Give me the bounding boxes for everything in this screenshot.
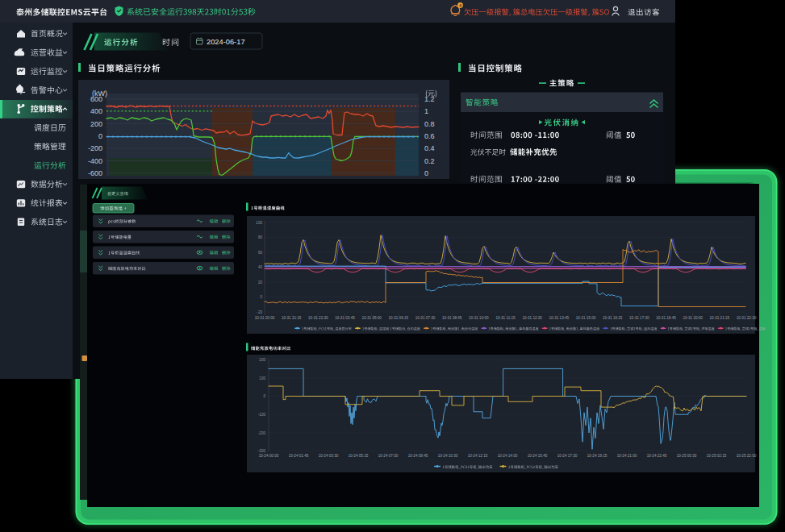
svg-text:-600: -600 (88, 169, 102, 177)
svg-text:10-24 03:30: 10-24 03:30 (319, 454, 339, 458)
svg-text:100: 100 (259, 376, 265, 380)
svg-text:0: 0 (424, 169, 428, 177)
svg-text:10-24 14:00: 10-24 14:00 (498, 454, 518, 458)
svg-text:10-25 22:00: 10-25 22:00 (737, 454, 757, 458)
svg-text:-400: -400 (88, 157, 102, 165)
svg-text:10-31 17:30: 10-31 17:30 (629, 316, 649, 320)
svg-text:0.8: 0.8 (424, 120, 435, 128)
svg-text:2024-06-17: 2024-06-17 (207, 38, 245, 46)
svg-text:-20: -20 (257, 310, 262, 314)
svg-text:10-24 07:00: 10-24 07:00 (378, 454, 399, 458)
svg-text:10-24 00:00: 10-24 00:00 (259, 454, 279, 458)
svg-text:20: 20 (258, 281, 263, 285)
svg-text:100: 100 (256, 221, 262, 225)
svg-text:10-31 12:30: 10-31 12:30 (522, 316, 542, 320)
svg-text:-200: -200 (258, 431, 266, 435)
svg-text:0.2: 0.2 (424, 157, 435, 165)
svg-text:10-24 05:15: 10-24 05:15 (349, 454, 369, 458)
svg-text:400: 400 (90, 107, 102, 115)
svg-text:200: 200 (90, 120, 102, 128)
svg-text:40: 40 (258, 265, 263, 269)
svg-text:60: 60 (258, 251, 263, 255)
svg-text:10-31 15:00: 10-31 15:00 (576, 316, 596, 320)
svg-text:1: 1 (424, 107, 428, 115)
svg-text:10-31 11:15: 10-31 11:15 (495, 316, 516, 320)
svg-text:10-31 20:00: 10-31 20:00 (683, 316, 703, 320)
svg-text:10-31 10:00: 10-31 10:00 (469, 316, 489, 320)
svg-text:10-31 20:00: 10-31 20:00 (255, 316, 275, 320)
svg-text:10-25 02:15: 10-25 02:15 (707, 454, 727, 458)
svg-text:0: 0 (263, 394, 265, 398)
svg-text:10-24 08:45: 10-24 08:45 (408, 454, 428, 458)
svg-text:10-31 06:15: 10-31 06:15 (389, 316, 409, 320)
svg-text:0.6: 0.6 (424, 132, 435, 140)
svg-text:0: 0 (98, 132, 102, 140)
svg-text:0.4: 0.4 (424, 144, 435, 152)
svg-text:0: 0 (260, 295, 262, 299)
svg-text:10-31 18:45: 10-31 18:45 (656, 316, 676, 320)
svg-text:10-25 00:30: 10-25 00:30 (677, 454, 697, 458)
svg-text:10-31 16:15: 10-31 16:15 (603, 316, 623, 320)
svg-text:10-31 08:45: 10-31 08:45 (442, 316, 462, 320)
svg-text:-100: -100 (258, 413, 266, 417)
svg-text:10-31 22:30: 10-31 22:30 (737, 316, 757, 320)
svg-text:(kW): (kW) (92, 89, 107, 98)
svg-text:10-24 01:45: 10-24 01:45 (289, 454, 309, 458)
svg-text:10-24 12:15: 10-24 12:15 (468, 454, 488, 458)
svg-text:10-31 21:15: 10-31 21:15 (282, 316, 302, 320)
svg-text:10-31 22:30: 10-31 22:30 (308, 316, 328, 320)
svg-text:80: 80 (258, 235, 263, 239)
svg-text:10-31 07:30: 10-31 07:30 (415, 316, 436, 320)
svg-text:10-31 03:45: 10-31 03:45 (335, 316, 355, 320)
svg-text:10-24 17:30: 10-24 17:30 (557, 454, 578, 458)
svg-text:-200: -200 (88, 144, 102, 152)
svg-text:10-24 15:45: 10-24 15:45 (528, 454, 548, 458)
svg-text:10-24 21:00: 10-24 21:00 (617, 454, 637, 458)
svg-text:10-31 05:00: 10-31 05:00 (361, 316, 382, 320)
svg-text:10-24 19:15: 10-24 19:15 (587, 454, 608, 458)
svg-text:10-31 21:15: 10-31 21:15 (710, 316, 730, 320)
svg-text:10-24 22:45: 10-24 22:45 (647, 454, 667, 458)
svg-text:10-24 10:30: 10-24 10:30 (438, 454, 458, 458)
svg-text:10-31 13:45: 10-31 13:45 (549, 316, 570, 320)
svg-text:200: 200 (259, 358, 265, 362)
